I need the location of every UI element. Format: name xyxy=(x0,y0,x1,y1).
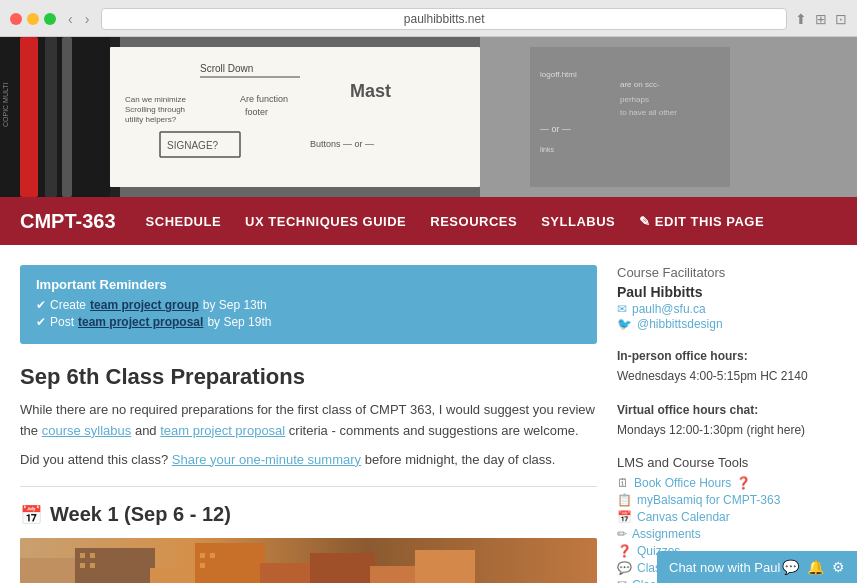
svg-rect-38 xyxy=(200,553,205,558)
syllabus-link[interactable]: course syllabus xyxy=(42,423,132,438)
nav-edit[interactable]: ✎ EDIT THIS PAGE xyxy=(639,214,764,229)
browser-actions: ⬆ ⊞ ⊡ xyxy=(795,11,847,27)
brand-link[interactable]: CMPT-363 xyxy=(20,210,116,233)
traffic-lights xyxy=(10,13,56,25)
facilitators-heading: Course Facilitators xyxy=(617,265,837,280)
svg-text:COPIC MULTI: COPIC MULTI xyxy=(2,82,9,127)
svg-text:links: links xyxy=(540,146,555,153)
summary-link[interactable]: Share your one-minute summary xyxy=(172,452,361,467)
check-icon-1: ✔ xyxy=(36,298,46,312)
proposal-link[interactable]: team project proposal xyxy=(160,423,285,438)
bell-icon[interactable]: 🔔 xyxy=(807,559,824,575)
svg-text:are on scc-: are on scc- xyxy=(620,80,660,89)
para2-text2: before midnight, the day of class. xyxy=(361,452,555,467)
assignments-link[interactable]: Assignments xyxy=(632,527,701,541)
reminder-item-1: ✔ Create team project group by Sep 13th xyxy=(36,298,581,312)
canvas-icon: 📅 xyxy=(617,510,632,524)
canvas-calendar-link[interactable]: Canvas Calendar xyxy=(637,510,730,524)
svg-text:perhaps: perhaps xyxy=(620,95,649,104)
email-text: paulh@sfu.ca xyxy=(632,302,706,316)
svg-text:Scroll Down: Scroll Down xyxy=(200,63,253,74)
svg-text:— or —: — or — xyxy=(540,124,571,134)
close-button[interactable] xyxy=(10,13,22,25)
svg-rect-39 xyxy=(210,553,215,558)
lms-heading: LMS and Course Tools xyxy=(617,455,837,470)
svg-rect-36 xyxy=(80,563,85,568)
svg-rect-32 xyxy=(370,566,420,583)
reminder-item-2: ✔ Post team project proposal by Sep 19th xyxy=(36,315,581,329)
chat-label: Chat now with Paul xyxy=(669,560,780,575)
share-icon[interactable]: ⬆ xyxy=(795,11,807,27)
lms-canvas-calendar: 📅 Canvas Calendar xyxy=(617,510,837,524)
svg-rect-18 xyxy=(530,47,730,187)
quizzes-icon: ❓ xyxy=(617,544,632,558)
chat-bar-icons: 💬 🔔 ⚙ xyxy=(782,559,845,575)
para2-text1: Did you attend this class? xyxy=(20,452,172,467)
hero-image: COPIC MULTI Scroll Down Can we minimize … xyxy=(0,37,857,197)
minimize-button[interactable] xyxy=(27,13,39,25)
office-hours-heading: In-person office hours: xyxy=(617,347,837,365)
reminder-1-link[interactable]: team project group xyxy=(90,298,199,312)
reminder-2-suffix: by Sep 19th xyxy=(207,315,271,329)
nav-schedule[interactable]: SCHEDULE xyxy=(146,214,222,229)
sidebar: Course Facilitators Paul Hibbitts ✉ paul… xyxy=(617,265,837,583)
email-link[interactable]: ✉ paulh@sfu.ca xyxy=(617,302,837,316)
balsamiq-icon: 📋 xyxy=(617,493,632,507)
main-container: Important Reminders ✔ Create team projec… xyxy=(0,245,857,583)
help-icon-1[interactable]: ❓ xyxy=(736,476,751,490)
url-bar[interactable]: paulhibbitts.net xyxy=(101,8,787,30)
svg-text:footer: footer xyxy=(245,107,268,117)
discussion-icon: 💬 xyxy=(617,561,632,575)
settings-icon[interactable]: ⚙ xyxy=(832,559,845,575)
reminder-2-link[interactable]: team project proposal xyxy=(78,315,203,329)
new-tab-icon[interactable]: ⊞ xyxy=(815,11,827,27)
reminder-2-prefix: Post xyxy=(50,315,74,329)
svg-rect-27 xyxy=(75,548,155,583)
reminders-box: Important Reminders ✔ Create team projec… xyxy=(20,265,597,344)
twitter-icon: 🐦 xyxy=(617,317,632,331)
week-title: Week 1 (Sep 6 - 12) xyxy=(50,503,231,526)
svg-text:Scrolling through: Scrolling through xyxy=(125,105,185,114)
twitter-link[interactable]: 🐦 @hibbittsdesign xyxy=(617,317,837,331)
svg-rect-26 xyxy=(20,558,80,583)
hero-svg: COPIC MULTI Scroll Down Can we minimize … xyxy=(0,37,857,197)
mybalsamiq-link[interactable]: myBalsamiq for CMPT-363 xyxy=(637,493,780,507)
mail-icon: ✉ xyxy=(617,578,627,583)
svg-text:Are function: Are function xyxy=(240,94,288,104)
svg-rect-34 xyxy=(80,553,85,558)
chat-icon[interactable]: 💬 xyxy=(782,559,799,575)
svg-text:Buttons  — or —: Buttons — or — xyxy=(310,139,374,149)
office-hours-text: Wednesdays 4:00-5:15pm HC 2140 xyxy=(617,367,837,385)
svg-rect-31 xyxy=(310,553,375,583)
svg-text:logoff.html: logoff.html xyxy=(540,70,577,79)
back-button[interactable]: ‹ xyxy=(64,11,77,27)
svg-text:Mast: Mast xyxy=(350,81,391,101)
nav-syllabus[interactable]: SYLLABUS xyxy=(541,214,615,229)
svg-rect-35 xyxy=(90,553,95,558)
chat-bar[interactable]: Chat now with Paul 💬 🔔 ⚙ xyxy=(657,551,857,583)
nav-ux-guide[interactable]: UX TECHNIQUES GUIDE xyxy=(245,214,406,229)
calendar-icon: 📅 xyxy=(20,504,42,526)
forward-button[interactable]: › xyxy=(81,11,94,27)
virtual-heading: Virtual office hours chat: xyxy=(617,401,837,419)
nav-resources[interactable]: RESOURCES xyxy=(430,214,517,229)
maximize-button[interactable] xyxy=(44,13,56,25)
svg-rect-30 xyxy=(260,563,315,583)
svg-rect-29 xyxy=(195,543,265,583)
svg-rect-37 xyxy=(90,563,95,568)
reminders-title: Important Reminders xyxy=(36,277,581,292)
svg-rect-28 xyxy=(150,568,200,583)
bookmark-icon[interactable]: ⊡ xyxy=(835,11,847,27)
svg-rect-40 xyxy=(200,563,205,568)
nav-buttons: ‹ › xyxy=(64,11,93,27)
assignments-icon: ✏ xyxy=(617,527,627,541)
lms-book-office-hours: 🗓 Book Office Hours ❓ xyxy=(617,476,837,490)
reminder-1-prefix: Create xyxy=(50,298,86,312)
section-title: Sep 6th Class Preparations xyxy=(20,364,597,390)
lms-assignments: ✏ Assignments xyxy=(617,527,837,541)
lms-mybalsamiq: 📋 myBalsamiq for CMPT-363 xyxy=(617,493,837,507)
book-office-hours-link[interactable]: Book Office Hours xyxy=(634,476,731,490)
week-svg xyxy=(20,538,597,583)
week-header: 📅 Week 1 (Sep 6 - 12) xyxy=(20,503,597,526)
check-icon-2: ✔ xyxy=(36,315,46,329)
